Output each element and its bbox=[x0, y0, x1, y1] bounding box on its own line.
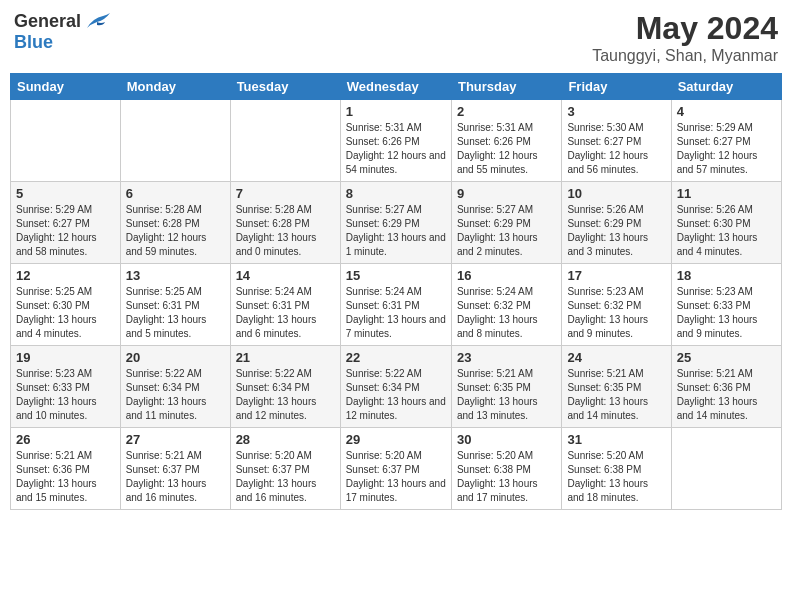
day-info: Sunrise: 5:20 AMSunset: 6:38 PMDaylight:… bbox=[567, 449, 665, 505]
day-cell: 19Sunrise: 5:23 AMSunset: 6:33 PMDayligh… bbox=[11, 346, 121, 428]
day-number: 1 bbox=[346, 104, 446, 119]
day-info: Sunrise: 5:22 AMSunset: 6:34 PMDaylight:… bbox=[346, 367, 446, 423]
week-row-5: 26Sunrise: 5:21 AMSunset: 6:36 PMDayligh… bbox=[11, 428, 782, 510]
day-cell: 20Sunrise: 5:22 AMSunset: 6:34 PMDayligh… bbox=[120, 346, 230, 428]
day-info: Sunrise: 5:29 AMSunset: 6:27 PMDaylight:… bbox=[16, 203, 115, 259]
day-info: Sunrise: 5:20 AMSunset: 6:37 PMDaylight:… bbox=[236, 449, 335, 505]
day-info: Sunrise: 5:24 AMSunset: 6:31 PMDaylight:… bbox=[236, 285, 335, 341]
day-number: 22 bbox=[346, 350, 446, 365]
day-cell: 23Sunrise: 5:21 AMSunset: 6:35 PMDayligh… bbox=[451, 346, 561, 428]
day-number: 2 bbox=[457, 104, 556, 119]
day-info: Sunrise: 5:30 AMSunset: 6:27 PMDaylight:… bbox=[567, 121, 665, 177]
subtitle: Taunggyi, Shan, Myanmar bbox=[592, 47, 778, 65]
title-section: May 2024 Taunggyi, Shan, Myanmar bbox=[592, 10, 778, 65]
week-row-2: 5Sunrise: 5:29 AMSunset: 6:27 PMDaylight… bbox=[11, 182, 782, 264]
day-info: Sunrise: 5:21 AMSunset: 6:35 PMDaylight:… bbox=[567, 367, 665, 423]
day-cell: 29Sunrise: 5:20 AMSunset: 6:37 PMDayligh… bbox=[340, 428, 451, 510]
day-number: 7 bbox=[236, 186, 335, 201]
day-number: 30 bbox=[457, 432, 556, 447]
day-info: Sunrise: 5:27 AMSunset: 6:29 PMDaylight:… bbox=[457, 203, 556, 259]
day-number: 3 bbox=[567, 104, 665, 119]
day-cell: 24Sunrise: 5:21 AMSunset: 6:35 PMDayligh… bbox=[562, 346, 671, 428]
day-number: 23 bbox=[457, 350, 556, 365]
day-cell bbox=[120, 100, 230, 182]
logo-blue-text: Blue bbox=[14, 32, 53, 52]
day-info: Sunrise: 5:21 AMSunset: 6:35 PMDaylight:… bbox=[457, 367, 556, 423]
day-cell: 15Sunrise: 5:24 AMSunset: 6:31 PMDayligh… bbox=[340, 264, 451, 346]
weekday-header-monday: Monday bbox=[120, 74, 230, 100]
day-info: Sunrise: 5:31 AMSunset: 6:26 PMDaylight:… bbox=[346, 121, 446, 177]
day-info: Sunrise: 5:23 AMSunset: 6:33 PMDaylight:… bbox=[677, 285, 776, 341]
day-cell: 3Sunrise: 5:30 AMSunset: 6:27 PMDaylight… bbox=[562, 100, 671, 182]
day-cell: 9Sunrise: 5:27 AMSunset: 6:29 PMDaylight… bbox=[451, 182, 561, 264]
day-info: Sunrise: 5:26 AMSunset: 6:29 PMDaylight:… bbox=[567, 203, 665, 259]
day-cell: 27Sunrise: 5:21 AMSunset: 6:37 PMDayligh… bbox=[120, 428, 230, 510]
weekday-header-thursday: Thursday bbox=[451, 74, 561, 100]
day-info: Sunrise: 5:29 AMSunset: 6:27 PMDaylight:… bbox=[677, 121, 776, 177]
day-number: 19 bbox=[16, 350, 115, 365]
weekday-header-row: SundayMondayTuesdayWednesdayThursdayFrid… bbox=[11, 74, 782, 100]
day-number: 25 bbox=[677, 350, 776, 365]
day-number: 11 bbox=[677, 186, 776, 201]
weekday-header-wednesday: Wednesday bbox=[340, 74, 451, 100]
day-number: 17 bbox=[567, 268, 665, 283]
day-number: 16 bbox=[457, 268, 556, 283]
day-cell: 21Sunrise: 5:22 AMSunset: 6:34 PMDayligh… bbox=[230, 346, 340, 428]
day-info: Sunrise: 5:28 AMSunset: 6:28 PMDaylight:… bbox=[236, 203, 335, 259]
day-cell: 14Sunrise: 5:24 AMSunset: 6:31 PMDayligh… bbox=[230, 264, 340, 346]
day-info: Sunrise: 5:24 AMSunset: 6:31 PMDaylight:… bbox=[346, 285, 446, 341]
day-cell: 11Sunrise: 5:26 AMSunset: 6:30 PMDayligh… bbox=[671, 182, 781, 264]
day-cell: 17Sunrise: 5:23 AMSunset: 6:32 PMDayligh… bbox=[562, 264, 671, 346]
page-header: General Blue May 2024 Taunggyi, Shan, My… bbox=[10, 10, 782, 65]
logo: General Blue bbox=[14, 10, 111, 53]
weekday-header-sunday: Sunday bbox=[11, 74, 121, 100]
day-cell: 2Sunrise: 5:31 AMSunset: 6:26 PMDaylight… bbox=[451, 100, 561, 182]
day-number: 4 bbox=[677, 104, 776, 119]
day-number: 21 bbox=[236, 350, 335, 365]
day-info: Sunrise: 5:24 AMSunset: 6:32 PMDaylight:… bbox=[457, 285, 556, 341]
day-info: Sunrise: 5:23 AMSunset: 6:32 PMDaylight:… bbox=[567, 285, 665, 341]
day-number: 8 bbox=[346, 186, 446, 201]
day-number: 27 bbox=[126, 432, 225, 447]
day-info: Sunrise: 5:22 AMSunset: 6:34 PMDaylight:… bbox=[126, 367, 225, 423]
day-cell bbox=[230, 100, 340, 182]
day-info: Sunrise: 5:25 AMSunset: 6:31 PMDaylight:… bbox=[126, 285, 225, 341]
day-number: 12 bbox=[16, 268, 115, 283]
day-cell: 8Sunrise: 5:27 AMSunset: 6:29 PMDaylight… bbox=[340, 182, 451, 264]
day-info: Sunrise: 5:20 AMSunset: 6:37 PMDaylight:… bbox=[346, 449, 446, 505]
day-number: 15 bbox=[346, 268, 446, 283]
logo-bird-icon bbox=[83, 10, 111, 32]
day-cell: 4Sunrise: 5:29 AMSunset: 6:27 PMDaylight… bbox=[671, 100, 781, 182]
day-number: 29 bbox=[346, 432, 446, 447]
day-cell bbox=[11, 100, 121, 182]
day-number: 9 bbox=[457, 186, 556, 201]
day-cell: 7Sunrise: 5:28 AMSunset: 6:28 PMDaylight… bbox=[230, 182, 340, 264]
day-info: Sunrise: 5:21 AMSunset: 6:37 PMDaylight:… bbox=[126, 449, 225, 505]
day-cell: 30Sunrise: 5:20 AMSunset: 6:38 PMDayligh… bbox=[451, 428, 561, 510]
day-number: 10 bbox=[567, 186, 665, 201]
day-cell: 18Sunrise: 5:23 AMSunset: 6:33 PMDayligh… bbox=[671, 264, 781, 346]
day-info: Sunrise: 5:27 AMSunset: 6:29 PMDaylight:… bbox=[346, 203, 446, 259]
day-cell: 10Sunrise: 5:26 AMSunset: 6:29 PMDayligh… bbox=[562, 182, 671, 264]
day-info: Sunrise: 5:22 AMSunset: 6:34 PMDaylight:… bbox=[236, 367, 335, 423]
weekday-header-saturday: Saturday bbox=[671, 74, 781, 100]
main-title: May 2024 bbox=[592, 10, 778, 47]
day-cell: 26Sunrise: 5:21 AMSunset: 6:36 PMDayligh… bbox=[11, 428, 121, 510]
day-number: 5 bbox=[16, 186, 115, 201]
day-cell: 22Sunrise: 5:22 AMSunset: 6:34 PMDayligh… bbox=[340, 346, 451, 428]
day-number: 28 bbox=[236, 432, 335, 447]
day-number: 14 bbox=[236, 268, 335, 283]
day-info: Sunrise: 5:28 AMSunset: 6:28 PMDaylight:… bbox=[126, 203, 225, 259]
day-cell: 16Sunrise: 5:24 AMSunset: 6:32 PMDayligh… bbox=[451, 264, 561, 346]
day-cell: 12Sunrise: 5:25 AMSunset: 6:30 PMDayligh… bbox=[11, 264, 121, 346]
day-number: 26 bbox=[16, 432, 115, 447]
day-cell: 13Sunrise: 5:25 AMSunset: 6:31 PMDayligh… bbox=[120, 264, 230, 346]
day-info: Sunrise: 5:26 AMSunset: 6:30 PMDaylight:… bbox=[677, 203, 776, 259]
day-cell: 28Sunrise: 5:20 AMSunset: 6:37 PMDayligh… bbox=[230, 428, 340, 510]
day-cell: 5Sunrise: 5:29 AMSunset: 6:27 PMDaylight… bbox=[11, 182, 121, 264]
weekday-header-tuesday: Tuesday bbox=[230, 74, 340, 100]
day-cell: 6Sunrise: 5:28 AMSunset: 6:28 PMDaylight… bbox=[120, 182, 230, 264]
day-cell: 1Sunrise: 5:31 AMSunset: 6:26 PMDaylight… bbox=[340, 100, 451, 182]
day-number: 18 bbox=[677, 268, 776, 283]
day-number: 13 bbox=[126, 268, 225, 283]
